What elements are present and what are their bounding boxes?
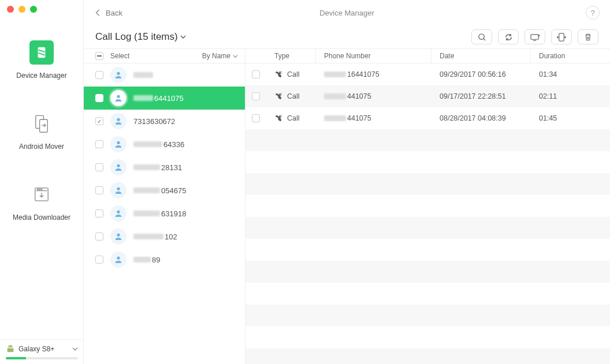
sidebar-item-label: Device Manager — [16, 72, 66, 80]
sort-label: By Name — [202, 52, 230, 60]
svg-point-7 — [9, 346, 9, 347]
svg-rect-11 — [559, 33, 563, 40]
column-type[interactable]: Type — [266, 49, 316, 63]
contact-checkbox[interactable] — [95, 163, 103, 171]
contact-number: 64336 — [133, 140, 184, 149]
contact-avatar — [110, 228, 127, 245]
contact-checkbox[interactable] — [95, 209, 103, 217]
svg-point-17 — [117, 187, 120, 190]
export-button[interactable] — [525, 29, 545, 44]
contact-checkbox[interactable] — [95, 117, 103, 125]
refresh-button[interactable] — [498, 29, 519, 44]
contact-list: 6441075731363067264336281310546756319181… — [84, 63, 246, 364]
call-date: 08/28/2017 04:08:39 — [432, 114, 531, 122]
help-button[interactable]: ? — [586, 6, 600, 20]
svg-point-15 — [117, 141, 120, 144]
sidebar-item-android-mover[interactable]: Android Mover — [19, 111, 64, 151]
contact-row[interactable]: 89 — [84, 248, 245, 271]
empty-row — [246, 283, 610, 305]
contact-checkbox[interactable] — [95, 94, 103, 102]
sort-dropdown[interactable]: By Name — [202, 52, 238, 60]
contact-number — [133, 72, 154, 78]
column-phone[interactable]: Phone Number — [316, 49, 432, 63]
contact-row[interactable] — [84, 63, 245, 87]
section-title-dropdown[interactable]: Call Log (15 items) — [95, 31, 186, 43]
svg-rect-2 — [40, 119, 48, 132]
empty-row — [246, 173, 610, 195]
refresh-icon — [504, 33, 513, 42]
svg-point-8 — [11, 346, 12, 347]
topbar: Back Device Manager ? — [84, 0, 610, 25]
call-row[interactable]: Call44107509/17/2017 22:28:5102:11 — [246, 85, 610, 107]
call-row[interactable]: Call1644107509/29/2017 00:56:1601:34 — [246, 63, 610, 85]
contact-checkbox[interactable] — [95, 140, 103, 148]
contact-row[interactable]: 102 — [84, 225, 245, 248]
incoming-call-icon — [274, 70, 282, 78]
call-phone: 441075 — [316, 92, 432, 100]
chevron-down-icon — [72, 345, 78, 354]
call-checkbox[interactable] — [252, 92, 260, 100]
empty-row — [246, 151, 610, 173]
select-all-checkbox[interactable] — [95, 52, 103, 60]
empty-row — [246, 261, 610, 283]
empty-row — [246, 348, 610, 364]
contact-avatar — [110, 182, 127, 198]
call-duration: 01:45 — [531, 114, 610, 122]
contact-row[interactable]: 6441075 — [84, 87, 245, 110]
sidebar-item-device-manager[interactable]: Device Manager — [16, 40, 66, 80]
device-picker[interactable]: Galaxy S8+ — [0, 339, 84, 364]
svg-point-13 — [117, 95, 120, 98]
contact-number: 89 — [133, 256, 160, 264]
contact-row[interactable]: 054675 — [84, 179, 245, 202]
empty-row — [246, 305, 610, 327]
contact-number: 7313630672 — [133, 117, 175, 126]
svg-point-12 — [117, 72, 120, 75]
contact-checkbox[interactable] — [95, 71, 103, 79]
arrow-left-icon — [94, 9, 102, 17]
svg-point-16 — [117, 164, 120, 167]
contact-row[interactable]: 28131 — [84, 156, 245, 179]
incoming-call-icon — [274, 92, 282, 100]
back-label: Back — [106, 9, 122, 17]
call-type: Call — [266, 70, 316, 78]
trash-icon — [584, 33, 592, 42]
delete-button[interactable] — [578, 29, 598, 44]
call-checkbox[interactable] — [252, 70, 260, 78]
svg-point-14 — [117, 118, 120, 121]
section-title: Call Log (15 items) — [95, 31, 178, 43]
contact-checkbox[interactable] — [95, 186, 103, 194]
column-header-row: Select By Name Type Phone Number Date Du… — [84, 48, 610, 63]
select-column-label: Select — [110, 52, 129, 60]
call-phone: 441075 — [316, 114, 432, 122]
call-checkbox[interactable] — [252, 114, 260, 122]
call-duration: 02:11 — [531, 92, 610, 100]
back-button[interactable]: Back — [94, 9, 122, 17]
svg-point-9 — [478, 33, 483, 39]
empty-row — [246, 327, 610, 348]
sidebar-item-media-downloader[interactable]: Media Downloader — [13, 182, 70, 222]
contact-row[interactable]: 631918 — [84, 202, 245, 225]
contact-avatar — [110, 159, 127, 175]
call-date: 09/17/2017 22:28:51 — [432, 92, 531, 100]
search-button[interactable] — [471, 29, 492, 44]
empty-row — [246, 217, 610, 239]
contact-avatar — [110, 67, 127, 83]
contact-avatar — [110, 205, 127, 222]
call-row[interactable]: Call44107508/28/2017 04:08:3901:45 — [246, 107, 610, 129]
contact-number: 631918 — [133, 209, 186, 218]
contact-number: 6441075 — [133, 94, 184, 103]
column-duration[interactable]: Duration — [531, 49, 610, 63]
call-duration: 01:34 — [531, 70, 610, 78]
contact-checkbox[interactable] — [95, 232, 103, 241]
device-storage-bar — [6, 357, 78, 359]
column-date[interactable]: Date — [432, 49, 531, 63]
help-icon: ? — [590, 9, 594, 17]
svg-point-18 — [117, 211, 120, 213]
contact-checkbox[interactable] — [95, 256, 103, 264]
contact-row[interactable]: 64336 — [84, 133, 245, 156]
contact-row[interactable]: 7313630672 — [84, 110, 245, 133]
sidebar: Device Manager Android Mover Media Downl… — [0, 0, 84, 364]
chevron-down-icon — [233, 54, 238, 59]
import-button[interactable] — [551, 29, 572, 44]
search-icon — [478, 33, 486, 42]
